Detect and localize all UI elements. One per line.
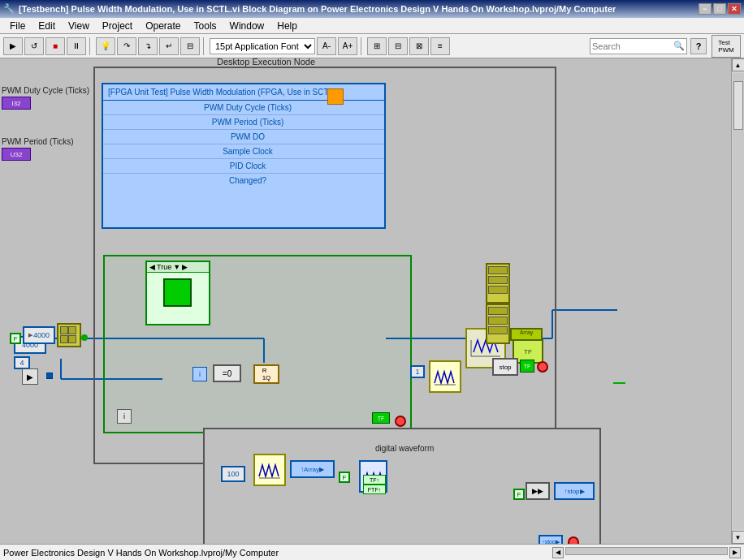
font-larger-button[interactable]: A+	[338, 37, 357, 55]
status-scroll-track[interactable]	[565, 547, 728, 555]
resize-button[interactable]: ⊠	[409, 37, 429, 55]
f-indicator-topleft: F	[10, 333, 21, 344]
fpga-subvi-box: [FPGA Unit Test] Pulse Width Modulation …	[102, 83, 386, 229]
distribute-button[interactable]: ⊟	[388, 37, 408, 55]
green-dot	[81, 334, 88, 341]
fpga-port-4: PID Clock	[103, 159, 384, 174]
stop-arrow-lower: ↑stop▶	[554, 482, 595, 500]
minimize-button[interactable]: −	[699, 3, 712, 15]
scroll-track	[733, 73, 744, 529]
title-text: [Testbench] Pulse Width Modulation, Use …	[19, 4, 697, 14]
while-loop: ◀ True ▼ ▶ i TF	[103, 255, 412, 433]
cluster-block-2	[486, 304, 510, 344]
pwm-period-label: PWM Period (Ticks) U32	[2, 137, 99, 161]
main-area: Desktop Execution Node [FPGA Unit Test] …	[0, 58, 744, 544]
menu-view[interactable]: View	[62, 19, 96, 33]
search-box: 🔍	[590, 38, 687, 54]
waveform-icon-lower	[257, 459, 282, 481]
pwm-duty-label: PWM Duty Cycle (Ticks) I32	[2, 86, 99, 110]
pwm-duty-type: I32	[2, 97, 31, 110]
step-into-button[interactable]: ↴	[138, 37, 158, 55]
case-selector: ◀ True ▼ ▶	[147, 262, 209, 273]
right-block: ▶▶	[526, 482, 550, 500]
run-continuous-button[interactable]: ↺	[24, 37, 44, 55]
fpga-port-3: Sample Clock	[103, 144, 384, 159]
status-scroll-right[interactable]: ▶	[729, 547, 741, 558]
stop-bool: TF	[520, 360, 534, 373]
stop-indicator: stop	[492, 358, 518, 376]
iteration-terminal: i	[117, 409, 132, 424]
cluster-block-1	[486, 263, 510, 304]
scroll-up-button[interactable]: ▲	[732, 58, 745, 71]
font-selector[interactable]: 15pt Application Font	[210, 38, 315, 54]
title-bar: 🔧 [Testbench] Pulse Width Modulation, Us…	[0, 0, 744, 18]
r10-block: R1Q	[253, 364, 279, 384]
f-indicator-right: F	[513, 489, 525, 500]
menu-operate[interactable]: Operate	[139, 19, 187, 33]
tf-lower-2: FTF↑	[363, 485, 386, 494]
fpga-port-1: PWM Period (Ticks)	[103, 115, 384, 130]
value-100: 100	[221, 466, 245, 482]
num-block-left: ▶4000	[23, 326, 55, 344]
scrollbar-right: ▲ ▼	[731, 58, 744, 544]
status-scroll-left[interactable]: ◀	[552, 547, 564, 558]
fpga-ports: PWM Duty Cycle (Ticks) PWM Period (Ticks…	[103, 101, 384, 187]
array-arrow-lower: ↑Array▶	[290, 460, 335, 478]
menu-tools[interactable]: Tools	[188, 19, 223, 33]
scroll-thumb[interactable]	[733, 81, 743, 130]
case-content	[163, 278, 192, 307]
cluster-left	[57, 323, 81, 347]
scroll-down-button[interactable]: ▼	[732, 531, 745, 544]
close-button[interactable]: ✕	[728, 3, 741, 15]
run-button[interactable]: ▶	[3, 37, 23, 55]
stop-bool-lower: ↑stop▶	[539, 535, 563, 544]
compare-block: =0	[213, 364, 241, 382]
lower-diagram-box: 100 digital waveform F ↑Array▶	[203, 428, 601, 544]
align-button[interactable]: ⊞	[367, 37, 387, 55]
separator-2	[203, 37, 206, 55]
f-indicator-lower: F	[339, 472, 350, 483]
menu-bar: File Edit View Project Operate Tools Win…	[0, 18, 744, 34]
stop-button-inner[interactable]	[395, 416, 406, 427]
waveform-icon	[433, 365, 457, 388]
separator-1	[89, 37, 93, 55]
value-1-upper: 1	[410, 365, 425, 378]
bool-terminal: TF	[372, 412, 390, 424]
menu-file[interactable]: File	[3, 19, 32, 33]
value-4: 4	[14, 356, 30, 369]
fpga-port-5: Changed?	[103, 174, 384, 187]
retain-wires-button[interactable]: ⊟	[180, 37, 200, 55]
pause-button[interactable]: ⏸	[67, 37, 86, 55]
maximize-button[interactable]: □	[713, 3, 726, 15]
menu-window[interactable]: Window	[223, 19, 271, 33]
stop-circle[interactable]	[537, 361, 548, 373]
separator-3	[361, 37, 364, 55]
exec-node-container: Desktop Execution Node [FPGA Unit Test] …	[93, 67, 556, 464]
reorder-button[interactable]: ≡	[430, 37, 450, 55]
step-over-button[interactable]: ↷	[117, 37, 136, 55]
search-input[interactable]	[592, 39, 673, 54]
fpga-port-2: PWM DO	[103, 130, 384, 144]
menu-help[interactable]: Help	[270, 19, 304, 33]
menu-project[interactable]: Project	[96, 19, 139, 33]
step-out-button[interactable]: ↵	[159, 37, 179, 55]
font-smaller-button[interactable]: A-	[317, 37, 336, 55]
status-bar: Power Electronics Design V Hands On Work…	[0, 544, 744, 560]
help-button[interactable]: ?	[690, 38, 707, 54]
menu-edit[interactable]: Edit	[32, 19, 62, 33]
play-icon-left[interactable]: ▶	[22, 368, 38, 385]
stop-circle-lower[interactable]	[568, 536, 579, 544]
waveform-chart-lower	[253, 454, 286, 486]
abort-button[interactable]: ■	[45, 37, 65, 55]
case-struct: ◀ True ▼ ▶	[145, 261, 210, 325]
exec-node-label: Desktop Execution Node	[217, 58, 315, 67]
status-arrows: ◀ ▶	[552, 547, 741, 558]
test-pwm-button[interactable]: Test PWM	[712, 35, 741, 58]
fpga-port-0: PWM Duty Cycle (Ticks)	[103, 101, 384, 115]
toolbar: ▶ ↺ ■ ⏸ 💡 ↷ ↴ ↵ ⊟ 15pt Application Font …	[0, 34, 744, 58]
canvas: Desktop Execution Node [FPGA Unit Test] …	[0, 58, 731, 544]
waveform-chart	[429, 360, 461, 393]
highlight-button[interactable]: 💡	[96, 37, 115, 55]
junction-1	[46, 373, 53, 379]
search-icon[interactable]: 🔍	[673, 41, 685, 51]
